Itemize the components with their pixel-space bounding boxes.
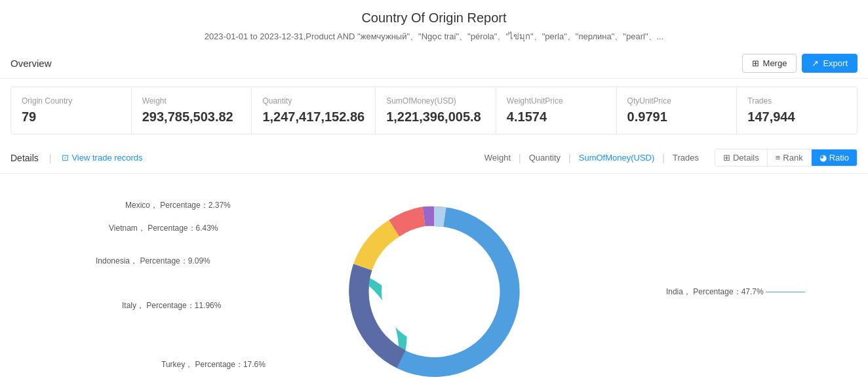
label-indonesia: Indonesia， Percentage：9.09%	[96, 256, 210, 267]
overview-label: Overview	[10, 58, 52, 69]
export-button[interactable]: ↗ Export	[802, 54, 858, 73]
stat-weight: Weight 293,785,503.82	[132, 87, 252, 134]
pie-icon: ◕	[819, 153, 827, 163]
table-icon: ⊡	[62, 153, 69, 163]
page-subtitle: 2023-01-01 to 2023-12-31,Product AND "же…	[0, 29, 868, 43]
label-mexico: Mexico， Percentage：2.37%	[125, 200, 231, 211]
stats-row: Origin Country 79 Weight 293,785,503.82 …	[10, 87, 858, 134]
stat-origin-country: Origin Country 79	[11, 87, 132, 134]
details-label: Details	[10, 153, 39, 163]
metric-sumofmoney-btn[interactable]: SumOfMoney(USD)	[571, 150, 663, 165]
metric-trades-btn[interactable]: Trades	[665, 150, 707, 165]
stat-qtyunitprice: QtyUnitPrice 0.9791	[617, 87, 738, 134]
label-india: India， Percentage：47.7%	[666, 286, 805, 298]
page-header: Country Of Origin Report 2023-01-01 to 2…	[0, 0, 868, 49]
export-icon: ↗	[812, 58, 819, 68]
toolbar-buttons: ⊞ Merge ↗ Export	[742, 54, 858, 73]
label-vietnam: Vietnam， Percentage：6.43%	[109, 223, 218, 234]
table-view-icon: ⊞	[723, 153, 730, 163]
rank-icon: ≡	[776, 153, 781, 163]
donut-hole	[382, 239, 486, 344]
page-title: Country Of Origin Report	[0, 10, 868, 26]
stat-trades: Trades 147,944	[737, 87, 857, 134]
label-turkey: Turkey， Percentage：17.6%	[161, 359, 266, 370]
chart-container: India， Percentage：47.7% Turkey， Percenta…	[10, 187, 858, 392]
label-italy: Italy， Percentage：11.96%	[122, 300, 221, 311]
view-ratio-btn[interactable]: ◕ Ratio	[812, 149, 857, 166]
chart-area: India， Percentage：47.7% Turkey， Percenta…	[0, 174, 868, 392]
metric-weight-btn[interactable]: Weight	[477, 150, 519, 165]
view-trade-link[interactable]: ⊡ View trade records	[62, 153, 142, 163]
merge-button[interactable]: ⊞ Merge	[742, 54, 797, 73]
toolbar: Overview ⊞ Merge ↗ Export	[0, 49, 868, 79]
view-buttons: ⊞ Details ≡ Rank ◕ Ratio	[715, 149, 858, 167]
stat-quantity: Quantity 1,247,417,152.86	[252, 87, 376, 134]
details-right: Weight | Quantity | SumOfMoney(USD) | Tr…	[477, 149, 858, 167]
merge-icon: ⊞	[752, 58, 759, 68]
view-details-btn[interactable]: ⊞ Details	[715, 149, 768, 166]
view-rank-btn[interactable]: ≡ Rank	[768, 149, 812, 166]
details-bar: Details | ⊡ View trade records Weight | …	[0, 142, 868, 174]
details-left: Details | ⊡ View trade records	[10, 153, 143, 163]
metric-quantity-btn[interactable]: Quantity	[521, 150, 568, 165]
donut-chart	[329, 187, 539, 392]
stat-weightunitprice: WeightUnitPrice 4.1574	[496, 87, 617, 134]
stat-sumofmoney: SumOfMoney(USD) 1,221,396,005.8	[376, 87, 496, 134]
